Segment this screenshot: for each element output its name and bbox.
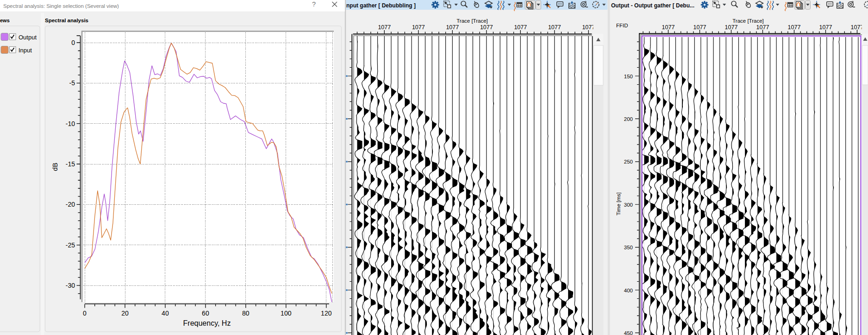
svg-text:Time [ms]: Time [ms] xyxy=(616,192,621,215)
svg-text:-20: -20 xyxy=(66,201,75,208)
svg-text:0: 0 xyxy=(83,310,87,317)
svg-text:100: 100 xyxy=(281,310,292,317)
svg-text:250: 250 xyxy=(624,159,633,164)
svg-text:1077: 1077 xyxy=(756,24,769,31)
svg-text:Spectral analysis: Spectral analysis xyxy=(45,18,88,23)
svg-text:300: 300 xyxy=(624,202,633,208)
svg-text:1077: 1077 xyxy=(446,24,459,31)
svg-text:1077: 1077 xyxy=(514,24,527,31)
svg-text:FFID: FFID xyxy=(616,23,628,28)
svg-text:150: 150 xyxy=(624,74,633,79)
svg-text:1077: 1077 xyxy=(582,24,595,31)
svg-text:200: 200 xyxy=(624,116,633,122)
svg-text:1077: 1077 xyxy=(788,24,801,31)
svg-text:20: 20 xyxy=(121,310,129,317)
svg-text:-10: -10 xyxy=(66,120,75,127)
svg-text:1077: 1077 xyxy=(725,24,738,31)
svg-text:?: ? xyxy=(312,0,316,8)
svg-text:Output: Output xyxy=(19,34,37,41)
svg-text:60: 60 xyxy=(202,310,209,317)
svg-text:nput gather [ Debubbling ]: nput gather [ Debubbling ] xyxy=(346,2,416,9)
svg-text:-5: -5 xyxy=(69,79,75,87)
svg-text:0: 0 xyxy=(71,39,75,46)
svg-text:1077: 1077 xyxy=(693,24,706,31)
svg-text:1077: 1077 xyxy=(819,24,832,31)
svg-text:120: 120 xyxy=(321,310,332,317)
svg-text:dB: dB xyxy=(51,163,59,171)
svg-text:450: 450 xyxy=(624,330,633,335)
svg-text:Frequency, Hz: Frequency, Hz xyxy=(183,319,231,327)
svg-text:Spectral analysis: Single sele: Spectral analysis: Single selection (Sev… xyxy=(3,3,119,9)
svg-text:1077: 1077 xyxy=(851,24,864,31)
svg-text:80: 80 xyxy=(242,310,250,317)
svg-text:1077: 1077 xyxy=(412,24,425,31)
svg-text:400: 400 xyxy=(624,288,633,293)
svg-text:-25: -25 xyxy=(66,241,75,249)
svg-text:-15: -15 xyxy=(66,160,75,168)
svg-text:Trace [Trace]: Trace [Trace] xyxy=(732,18,764,24)
svg-text:-30: -30 xyxy=(66,282,75,289)
svg-text:1077: 1077 xyxy=(548,24,561,31)
svg-text:Trace [Trace]: Trace [Trace] xyxy=(456,18,488,24)
svg-text:1077: 1077 xyxy=(662,24,675,31)
svg-text:Input: Input xyxy=(19,47,32,54)
svg-text:40: 40 xyxy=(162,310,169,317)
svg-text:350: 350 xyxy=(624,245,633,250)
svg-text:ews: ews xyxy=(0,18,10,23)
svg-text:Output - Output gather [ Debu.: Output - Output gather [ Debu... xyxy=(611,2,694,9)
svg-text:1077: 1077 xyxy=(378,24,391,31)
svg-text:1077: 1077 xyxy=(480,24,493,31)
